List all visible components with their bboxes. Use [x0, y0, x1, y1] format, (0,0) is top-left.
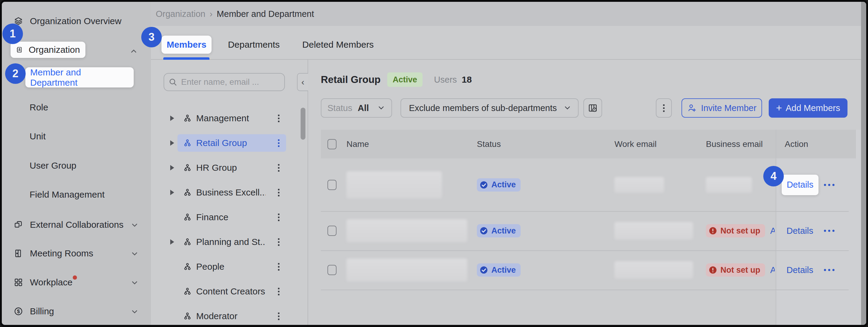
status-label: Active — [491, 226, 516, 236]
more-options-icon[interactable] — [278, 189, 279, 196]
scope-filter-dropdown[interactable]: Exclude members of sub-departments — [401, 98, 579, 118]
sidebar-item-user-group[interactable]: User Group — [30, 159, 76, 172]
expand-arrow-icon[interactable] — [170, 165, 174, 170]
more-options-icon[interactable] — [278, 238, 279, 246]
chevron-down-icon[interactable] — [131, 308, 138, 315]
more-options-icon[interactable] — [278, 313, 279, 320]
expand-arrow-icon[interactable] — [170, 116, 174, 121]
svg-text:$: $ — [17, 308, 20, 314]
row-checkbox[interactable] — [328, 265, 337, 275]
redacted-business-email — [706, 177, 752, 193]
row-checkbox[interactable] — [328, 180, 337, 190]
tab-label: Departments — [228, 39, 280, 50]
tab-departments[interactable]: Departments — [225, 36, 283, 54]
column-settings-button[interactable] — [583, 98, 602, 118]
redacted-work-email — [615, 177, 664, 193]
chevron-down-icon[interactable] — [131, 250, 138, 257]
tree-item-people[interactable]: People — [178, 258, 286, 275]
chevron-left-icon: ‹ — [302, 77, 305, 87]
search-input[interactable] — [181, 77, 272, 87]
chevron-down-icon[interactable] — [131, 279, 138, 286]
sidebar-item-role[interactable]: Role — [30, 101, 48, 114]
select-all-checkbox[interactable] — [328, 139, 337, 149]
more-options-icon[interactable] — [278, 263, 279, 270]
expand-arrow-icon[interactable] — [170, 190, 174, 195]
panel-divider — [308, 59, 308, 325]
sidebar-item-organization[interactable]: Organization — [10, 42, 85, 58]
redacted-name — [346, 219, 467, 242]
more-options-icon[interactable] — [278, 139, 279, 147]
table-row: Active Details — [321, 158, 861, 211]
filter-value: All — [358, 103, 369, 113]
details-button[interactable]: Details — [782, 175, 818, 195]
expand-arrow-icon[interactable] — [170, 140, 174, 146]
more-actions-button[interactable] — [656, 98, 672, 118]
business-email-status-badge: Not set up — [706, 263, 765, 276]
details-button[interactable]: Details — [786, 265, 813, 275]
tree-item-retail-group[interactable]: Retail Group — [178, 134, 286, 152]
search-icon — [168, 77, 178, 87]
row-more-actions-icon[interactable] — [824, 184, 835, 186]
chevron-up-icon[interactable] — [130, 48, 137, 55]
tab-members[interactable]: Members — [161, 36, 212, 54]
tree-item-management[interactable]: Management — [178, 109, 286, 127]
row-checkbox[interactable] — [328, 226, 337, 236]
more-options-icon[interactable] — [278, 214, 279, 221]
sidebar-item-unit[interactable]: Unit — [30, 130, 45, 143]
filter-label: Status — [328, 103, 352, 113]
tree-item-label: Planning and St... — [196, 237, 266, 247]
more-options-icon[interactable] — [278, 115, 279, 122]
breadcrumb-parent[interactable]: Organization — [156, 9, 205, 19]
sidebar-item-billing[interactable]: $ Billing — [13, 302, 54, 320]
details-button[interactable]: Details — [786, 226, 813, 236]
tree-item-planning-and-strategy[interactable]: Planning and St... — [178, 233, 286, 251]
department-icon — [183, 213, 192, 222]
sidebar-item-workplace[interactable]: Workplace — [13, 273, 72, 291]
chevron-down-icon[interactable] — [131, 222, 138, 228]
department-icon — [183, 312, 192, 321]
expand-arrow-icon[interactable] — [170, 239, 174, 244]
collapse-panel-button[interactable]: ‹ — [297, 73, 308, 91]
sidebar-item-member-and-department[interactable]: Member and Department — [25, 67, 134, 88]
column-header-status[interactable]: Status — [477, 139, 501, 149]
exclamation-circle-icon — [708, 265, 717, 274]
tree-item-hr-group[interactable]: HR Group — [178, 159, 286, 176]
users-count: 18 — [462, 74, 472, 85]
row-more-actions-icon[interactable] — [824, 269, 835, 271]
admin-console-window: Organization Overview Organization Membe… — [2, 2, 866, 325]
more-options-icon — [663, 104, 664, 112]
sidebar-item-label: Meeting Rooms — [30, 248, 93, 259]
tree-item-content-creators[interactable]: Content Creators — [178, 283, 286, 300]
more-options-icon[interactable] — [278, 288, 279, 295]
tab-deleted-members[interactable]: Deleted Members — [299, 36, 377, 54]
sidebar-item-field-management[interactable]: Field Management — [30, 188, 104, 201]
column-header-action[interactable]: Action — [785, 139, 808, 149]
page-title: Retail Group — [321, 74, 380, 85]
sidebar-item-organization-overview[interactable]: Organization Overview — [13, 12, 121, 30]
column-header-name[interactable]: Name — [346, 139, 369, 149]
tree-item-finance[interactable]: Finance — [178, 208, 286, 226]
sidebar-item-label: External Collaborations — [30, 220, 123, 230]
column-header-work-email[interactable]: Work email — [615, 139, 657, 149]
department-icon — [183, 138, 192, 148]
row-more-actions-icon[interactable] — [824, 230, 835, 232]
invite-member-button[interactable]: Invite Member — [681, 98, 762, 118]
sidebar-item-external-collaborations[interactable]: External Collaborations — [13, 216, 123, 233]
tree-scrollbar-thumb[interactable] — [301, 108, 305, 140]
tab-bar-border — [151, 59, 861, 60]
clipped-link-fragment: A — [770, 226, 775, 236]
more-options-icon[interactable] — [278, 164, 279, 172]
tree-item-moderator[interactable]: Moderator — [178, 307, 286, 325]
users-label: Users — [434, 75, 457, 85]
redacted-work-email — [615, 222, 693, 239]
sidebar-item-label: Billing — [30, 306, 54, 317]
add-members-button[interactable]: + Add Members — [769, 98, 847, 118]
status-filter-dropdown[interactable]: Status All — [321, 98, 392, 118]
sidebar: Organization Overview Organization Membe… — [2, 2, 151, 325]
column-header-business-email[interactable]: Business email — [706, 139, 763, 149]
sidebar-item-meeting-rooms[interactable]: Meeting Rooms — [13, 244, 93, 262]
status-label: Not set up — [720, 226, 760, 236]
sidebar-item-label: Member and Department — [30, 67, 129, 88]
step-number: 1 — [10, 28, 16, 40]
tree-item-business-excellence[interactable]: Business Excell... — [178, 184, 286, 201]
